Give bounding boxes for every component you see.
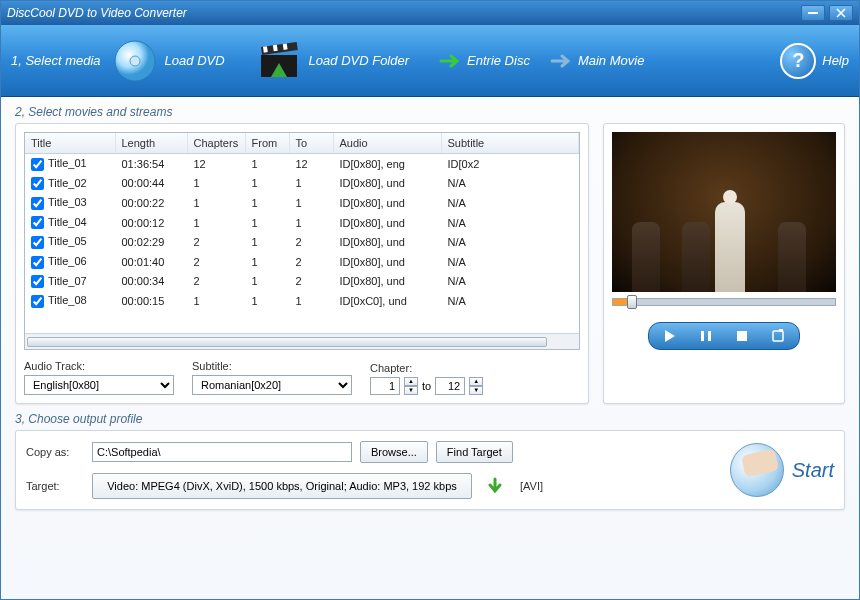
table-row[interactable]: Title_0700:00:34212ID[0x80], undN/A xyxy=(25,272,579,292)
svg-rect-6 xyxy=(272,44,277,50)
pause-button[interactable] xyxy=(695,327,717,345)
main-movie-label: Main Movie xyxy=(578,53,644,68)
chapter-from-up[interactable]: ▲ xyxy=(404,377,418,386)
target-desc: Video: MPEG4 (DivX, XviD), 1500 kbps, Or… xyxy=(107,480,457,492)
svg-rect-8 xyxy=(701,331,704,341)
app-window: DiscCool DVD to Video Converter 1, Selec… xyxy=(0,0,860,600)
row-checkbox[interactable] xyxy=(31,158,44,171)
arrow-right-icon xyxy=(550,53,574,69)
browse-button[interactable]: Browse... xyxy=(360,441,428,463)
col-to[interactable]: To xyxy=(289,133,333,154)
output-path-input[interactable] xyxy=(92,442,352,462)
target-format: [AVI] xyxy=(520,480,543,492)
audio-track-select[interactable]: English[0x80] xyxy=(24,375,174,395)
playback-timeline[interactable] xyxy=(612,298,836,306)
table-row[interactable]: Title_0600:01:40212ID[0x80], undN/A xyxy=(25,252,579,272)
svg-rect-10 xyxy=(737,331,747,341)
help-icon: ? xyxy=(780,43,816,79)
svg-rect-5 xyxy=(263,46,268,52)
table-row[interactable]: Title_0400:00:12111ID[0x80], undN/A xyxy=(25,213,579,233)
audio-track-label: Audio Track: xyxy=(24,360,174,372)
col-subtitle[interactable]: Subtitle xyxy=(441,133,579,154)
svg-point-2 xyxy=(130,56,140,66)
start-disc-icon xyxy=(730,443,784,497)
chapter-from-down[interactable]: ▼ xyxy=(404,386,418,395)
chapter-to-input[interactable] xyxy=(435,377,465,395)
chapter-from-input[interactable] xyxy=(370,377,400,395)
chapter-label: Chapter: xyxy=(370,362,483,374)
snapshot-button[interactable] xyxy=(767,327,789,345)
titles-panel: Title Length Chapters From To Audio Subt… xyxy=(15,123,589,404)
target-profile-button[interactable]: Video: MPEG4 (DivX, XviD), 1500 kbps, Or… xyxy=(92,473,472,499)
row-checkbox[interactable] xyxy=(31,177,44,190)
col-chapters[interactable]: Chapters xyxy=(187,133,245,154)
svg-rect-11 xyxy=(773,331,783,341)
arrow-right-green-icon xyxy=(439,53,463,69)
titlebar: DiscCool DVD to Video Converter xyxy=(1,1,859,25)
dvd-disc-icon xyxy=(111,37,159,85)
table-row[interactable]: Title_0200:00:44111ID[0x80], undN/A xyxy=(25,174,579,194)
load-folder-label: Load DVD Folder xyxy=(309,53,409,68)
row-checkbox[interactable] xyxy=(31,295,44,308)
clapper-icon xyxy=(255,37,303,85)
subtitle-select[interactable]: Romanian[0x20] xyxy=(192,375,352,395)
row-checkbox[interactable] xyxy=(31,275,44,288)
entire-disc-button[interactable]: Entrie Disc xyxy=(439,53,530,69)
col-title[interactable]: Title xyxy=(25,133,115,154)
output-panel: Copy as: Browse... Find Target Target: V… xyxy=(15,430,845,510)
start-label: Start xyxy=(792,459,834,482)
close-button[interactable] xyxy=(829,5,853,21)
load-dvd-folder-button[interactable]: Load DVD Folder xyxy=(255,37,409,85)
table-row[interactable]: Title_0300:00:22111ID[0x80], undN/A xyxy=(25,193,579,213)
svg-rect-0 xyxy=(808,12,818,14)
horizontal-scrollbar[interactable] xyxy=(25,333,579,349)
titles-table[interactable]: Title Length Chapters From To Audio Subt… xyxy=(24,132,580,350)
chapter-to-word: to xyxy=(422,380,431,392)
col-audio[interactable]: Audio xyxy=(333,133,441,154)
chapter-to-down[interactable]: ▼ xyxy=(469,386,483,395)
col-from[interactable]: From xyxy=(245,133,289,154)
step1-label: 1, Select media xyxy=(11,53,101,68)
start-button[interactable]: Start xyxy=(730,443,834,497)
stop-button[interactable] xyxy=(731,327,753,345)
load-dvd-label: Load DVD xyxy=(165,53,225,68)
minimize-button[interactable] xyxy=(801,5,825,21)
svg-rect-7 xyxy=(282,43,287,49)
svg-rect-9 xyxy=(708,331,711,341)
download-arrow-icon[interactable] xyxy=(486,477,504,495)
player-controls-bar xyxy=(648,322,800,350)
load-dvd-button[interactable]: Load DVD xyxy=(111,37,225,85)
row-checkbox[interactable] xyxy=(31,197,44,210)
row-checkbox[interactable] xyxy=(31,256,44,269)
video-preview[interactable] xyxy=(612,132,836,292)
play-button[interactable] xyxy=(659,327,681,345)
table-row[interactable]: Title_0500:02:29212ID[0x80], undN/A xyxy=(25,232,579,252)
window-title: DiscCool DVD to Video Converter xyxy=(7,6,797,20)
copy-as-label: Copy as: xyxy=(26,446,84,458)
toolbar: 1, Select media Load DVD Load DVD Folder… xyxy=(1,25,859,97)
col-length[interactable]: Length xyxy=(115,133,187,154)
row-checkbox[interactable] xyxy=(31,236,44,249)
table-row[interactable]: Title_0101:36:5412112ID[0x80], engID[0x2 xyxy=(25,154,579,174)
step3-label: 3, Choose output profile xyxy=(1,404,859,430)
preview-panel xyxy=(603,123,845,404)
row-checkbox[interactable] xyxy=(31,216,44,229)
table-row[interactable]: Title_0800:00:15111ID[0xC0], undN/A xyxy=(25,291,579,311)
subtitle-label: Subtitle: xyxy=(192,360,352,372)
step2-label: 2, Select movies and streams xyxy=(1,97,859,123)
target-label: Target: xyxy=(26,480,84,492)
help-button[interactable]: ? Help xyxy=(780,43,849,79)
entire-disc-label: Entrie Disc xyxy=(467,53,530,68)
svg-rect-12 xyxy=(779,329,783,332)
main-movie-button[interactable]: Main Movie xyxy=(550,53,644,69)
help-label: Help xyxy=(822,53,849,68)
find-target-button[interactable]: Find Target xyxy=(436,441,513,463)
chapter-to-up[interactable]: ▲ xyxy=(469,377,483,386)
